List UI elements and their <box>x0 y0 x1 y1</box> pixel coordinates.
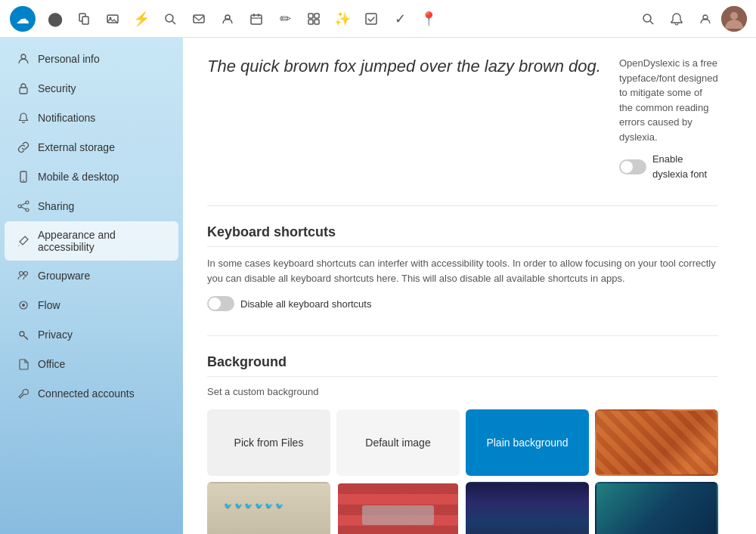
tasks-icon[interactable] <box>358 6 384 32</box>
sidebar-item-groupware[interactable]: Groupware <box>5 261 178 290</box>
svg-point-6 <box>166 14 173 22</box>
sidebar-item-mobile[interactable]: Mobile & desktop <box>5 162 178 191</box>
svg-rect-8 <box>194 15 204 23</box>
sidebar-item-appearance[interactable]: Appearance and accessibility <box>5 221 178 261</box>
bg-default-label: Default image <box>365 437 430 449</box>
svg-line-31 <box>21 203 26 205</box>
person-icon <box>17 52 30 66</box>
svg-rect-3 <box>82 17 88 24</box>
sidebar-item-notifications[interactable]: Notifications <box>5 103 178 132</box>
sidebar: Personal info Security Notifications Ext… <box>0 38 183 534</box>
bg-default-image[interactable]: Default image <box>336 409 460 476</box>
sidebar-item-label: Mobile & desktop <box>38 171 119 183</box>
separator-2 <box>207 335 718 336</box>
sidebar-item-security[interactable]: Security <box>5 74 178 103</box>
user-topbar-icon[interactable] <box>692 6 718 32</box>
topbar: ☁ ⬤ ⚡ ✏ ✨ ✓ 📍 <box>0 0 756 38</box>
dyslexia-section: The quick brown fox jumped over the lazy… <box>207 56 718 181</box>
sidebar-item-external-storage[interactable]: External storage <box>5 133 178 162</box>
avatar[interactable] <box>721 6 747 32</box>
bg-pick-label: Pick from Files <box>234 437 304 449</box>
keyboard-shortcuts-title: Keyboard shortcuts <box>207 224 718 247</box>
lock-icon <box>17 82 30 95</box>
key-icon <box>17 328 30 341</box>
maps-icon[interactable]: 📍 <box>416 6 442 32</box>
background-section: Background Set a custom background Pick … <box>207 354 718 534</box>
mail-icon[interactable] <box>186 6 212 32</box>
sidebar-item-sharing[interactable]: Sharing <box>5 192 178 221</box>
svg-rect-10 <box>251 15 262 24</box>
flow-icon <box>17 298 30 312</box>
sidebar-item-label: Notifications <box>38 112 95 124</box>
topbar-right <box>635 6 747 32</box>
share-icon <box>17 199 30 213</box>
app-logo[interactable]: ☁ <box>9 5 36 32</box>
sidebar-item-office[interactable]: Office <box>5 350 178 378</box>
svg-point-28 <box>26 201 29 204</box>
bg-image-4[interactable] <box>466 482 589 534</box>
dyslexia-info: OpenDyslexic is a free typeface/font des… <box>619 56 718 181</box>
contacts-icon[interactable] <box>215 6 240 32</box>
sidebar-item-label: Flow <box>38 299 60 311</box>
sidebar-item-personal-info[interactable]: Personal info <box>5 45 178 73</box>
svg-rect-25 <box>20 88 27 94</box>
office-topbar-icon[interactable] <box>301 6 327 32</box>
files-icon[interactable] <box>71 6 97 32</box>
photos-icon[interactable] <box>100 6 125 32</box>
bg-image-1[interactable] <box>595 409 718 476</box>
search-icon[interactable] <box>635 6 661 32</box>
sidebar-item-label: Security <box>38 82 76 94</box>
search-topbar-icon[interactable] <box>157 6 183 32</box>
dyslexia-toggle-row: Enable dyslexia font <box>619 152 718 181</box>
svg-point-36 <box>22 304 25 307</box>
sidebar-item-label: Sharing <box>38 200 74 212</box>
sidebar-item-label: External storage <box>38 141 115 153</box>
topbar-nav: ⬤ ⚡ ✏ ✨ ✓ 📍 <box>42 6 629 32</box>
notifications-topbar-icon[interactable] <box>664 6 689 32</box>
svg-rect-18 <box>366 14 376 24</box>
svg-point-30 <box>26 208 29 211</box>
groupware-icon <box>17 269 30 282</box>
svg-rect-16 <box>308 20 313 24</box>
svg-line-7 <box>172 21 175 24</box>
svg-point-23 <box>730 12 738 20</box>
sidebar-item-flow[interactable]: Flow <box>5 291 178 319</box>
wrench-icon <box>17 387 30 400</box>
svg-point-29 <box>18 205 21 208</box>
sidebar-item-label: Connected accounts <box>38 387 135 400</box>
dyslexia-font-toggle[interactable] <box>619 159 646 174</box>
dashboard-icon[interactable]: ⬤ <box>42 6 68 32</box>
sidebar-item-connected-accounts[interactable]: Connected accounts <box>5 379 178 408</box>
bg-image-3[interactable] <box>336 482 460 534</box>
sidebar-item-label: Groupware <box>38 270 90 282</box>
calendar-icon[interactable] <box>243 6 269 32</box>
bg-plain[interactable]: Plain background <box>466 409 589 476</box>
sidebar-item-label: Privacy <box>38 329 73 341</box>
bell-icon <box>17 111 30 125</box>
svg-rect-14 <box>308 14 313 18</box>
keyboard-section: Keyboard shortcuts In some cases keyboar… <box>207 224 718 311</box>
svg-text:☁: ☁ <box>16 11 29 26</box>
notes-icon[interactable]: ✏ <box>272 6 298 32</box>
assistant-icon[interactable]: ✨ <box>330 6 355 32</box>
content-area: The quick brown fox jumped over the lazy… <box>183 38 756 534</box>
bg-image-5[interactable] <box>595 482 718 534</box>
sidebar-item-label: Appearance and accessibility <box>38 229 166 253</box>
svg-point-27 <box>23 180 24 181</box>
bg-plain-label: Plain background <box>486 437 568 449</box>
keyboard-shortcuts-toggle[interactable] <box>207 296 234 311</box>
checkmark-icon[interactable]: ✓ <box>387 6 413 32</box>
main-layout: Personal info Security Notifications Ext… <box>0 38 756 534</box>
svg-point-33 <box>20 272 23 276</box>
svg-line-32 <box>21 207 26 209</box>
bg-pick-files[interactable]: Pick from Files <box>207 409 330 476</box>
svg-rect-15 <box>314 14 319 18</box>
bg-image-2[interactable]: 🐦 🐦 🐦 🐦 🐦 🐦 <box>207 482 330 534</box>
activity-icon[interactable]: ⚡ <box>129 6 154 32</box>
dyslexia-toggle-label: Enable dyslexia font <box>652 152 718 181</box>
sidebar-item-label: Office <box>38 358 65 370</box>
keyboard-description: In some cases keyboard shortcuts can int… <box>207 256 718 286</box>
background-subtitle: Set a custom background <box>207 386 718 397</box>
sidebar-item-privacy[interactable]: Privacy <box>5 320 178 349</box>
dyslexia-description: OpenDyslexic is a free typeface/font des… <box>619 56 718 144</box>
